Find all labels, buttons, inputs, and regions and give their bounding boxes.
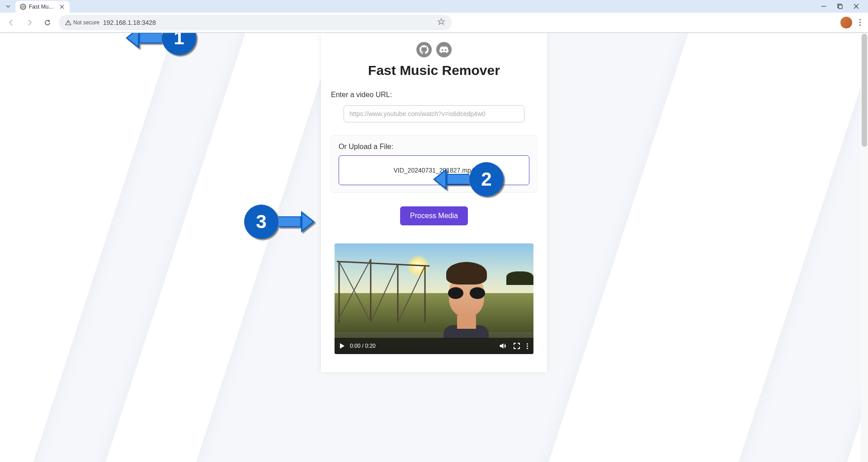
back-button[interactable]: [5, 16, 18, 29]
browser-tab[interactable]: Fast Music R: [15, 1, 70, 13]
svg-line-11: [398, 266, 425, 322]
address-text: 192.168.1.18:3428: [103, 19, 156, 26]
scrollbar[interactable]: [861, 33, 868, 462]
upload-label: Or Upload a File:: [339, 143, 529, 151]
app-card: Fast Music Remover Enter a video URL: Or…: [321, 33, 547, 372]
bookmark-star-icon[interactable]: [437, 18, 445, 27]
annotation-2: 2: [433, 162, 504, 196]
annotation-number: 2: [469, 162, 504, 196]
video-menu-icon[interactable]: [527, 343, 528, 349]
scrollbar-thumb[interactable]: [862, 34, 867, 147]
reload-button[interactable]: [41, 16, 54, 29]
warning-icon: [65, 19, 71, 26]
forward-button[interactable]: [23, 16, 36, 29]
minimize-icon[interactable]: [818, 1, 829, 12]
url-input[interactable]: [344, 105, 524, 122]
svg-rect-2: [839, 5, 842, 9]
browser-menu-icon[interactable]: [857, 16, 863, 28]
maximize-icon[interactable]: [835, 1, 845, 12]
security-badge[interactable]: Not secure: [65, 19, 99, 26]
video-player[interactable]: 0:00 / 0:20: [335, 243, 533, 354]
fullscreen-icon[interactable]: [513, 342, 520, 350]
tab-title: Fast Music R: [29, 4, 56, 10]
github-icon[interactable]: [416, 42, 432, 57]
video-time: 0:00 / 0:20: [350, 343, 376, 349]
globe-icon: [20, 4, 26, 10]
tab-bar: Fast Music R: [0, 0, 868, 13]
address-bar[interactable]: Not secure 192.168.1.18:3428: [59, 15, 452, 30]
toolbar: Not secure 192.168.1.18:3428: [0, 13, 868, 33]
annotation-number: 3: [244, 205, 278, 239]
play-icon[interactable]: [340, 343, 344, 349]
security-label: Not secure: [73, 19, 99, 26]
page-content: Fast Music Remover Enter a video URL: Or…: [0, 33, 868, 462]
annotation-3: 3: [244, 205, 315, 239]
discord-icon[interactable]: [436, 42, 452, 57]
volume-icon[interactable]: [499, 342, 507, 350]
url-label: Enter a video URL:: [331, 91, 537, 99]
page-title: Fast Music Remover: [331, 63, 537, 78]
tab-search-chevron-icon[interactable]: [4, 2, 13, 11]
svg-line-9: [371, 264, 398, 322]
close-window-icon[interactable]: [851, 1, 862, 12]
profile-avatar[interactable]: [840, 17, 852, 28]
close-icon[interactable]: [59, 4, 65, 10]
svg-line-10: [339, 261, 371, 322]
process-button[interactable]: Process Media: [400, 206, 468, 225]
svg-line-7: [337, 261, 429, 266]
annotation-number: 1: [162, 33, 196, 55]
annotation-1: 1: [126, 33, 196, 55]
